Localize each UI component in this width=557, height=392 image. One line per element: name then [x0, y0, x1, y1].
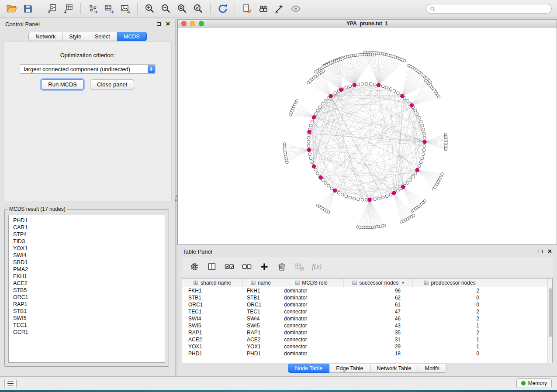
close-table-panel-icon[interactable]: × [548, 248, 552, 255]
select-all-icon [224, 261, 235, 272]
mcds-result-item[interactable]: GCR1 [13, 329, 160, 336]
cell-mcds-role: dominator [279, 287, 344, 294]
mcds-result-item[interactable]: SWI5 [13, 315, 160, 322]
mcds-result-item[interactable]: YOX1 [13, 245, 160, 252]
mcds-result-item[interactable]: TEC1 [13, 322, 160, 329]
cell-name: TEC1 [243, 308, 279, 315]
apply-style-button[interactable] [271, 2, 287, 16]
search-input[interactable] [438, 6, 551, 12]
float-panel-icon[interactable] [157, 22, 161, 26]
close-panel-button[interactable]: Close panel [90, 79, 134, 89]
table-row[interactable]: ACE2ACE2connector311 [182, 336, 547, 343]
zoom-selected-button[interactable] [190, 2, 206, 16]
scrollbar-thumb[interactable] [549, 288, 552, 337]
cell-predecessor-nodes: 1 [413, 343, 487, 350]
table-row[interactable]: ORC1ORC1dominator610 [182, 301, 547, 308]
run-mcds-button[interactable]: Run MCDS [41, 79, 84, 89]
mcds-result-item[interactable]: TID3 [13, 238, 160, 245]
mcds-result-item[interactable]: SRD1 [13, 259, 160, 266]
deselect-all-button[interactable] [239, 260, 254, 273]
mcds-result-item[interactable]: FKH1 [13, 273, 160, 280]
open-file-button[interactable] [3, 2, 20, 16]
float-table-panel-icon[interactable] [539, 250, 543, 253]
tab-mcds[interactable]: MCDS [117, 32, 147, 41]
zoom-in-button[interactable] [142, 2, 158, 16]
tab-select[interactable]: Select [88, 32, 117, 41]
table-row[interactable]: PHD1PHD1dominator180 [182, 350, 547, 357]
network-graph[interactable] [178, 28, 557, 244]
close-panel-icon[interactable]: × [166, 21, 170, 28]
mcds-result-item[interactable]: PHD1 [13, 217, 160, 224]
panel-menu-button[interactable] [4, 379, 17, 388]
zoom-selected-icon [193, 3, 204, 14]
open-file-icon [6, 3, 17, 14]
zoom-window-icon[interactable] [199, 21, 204, 26]
node-table: shared namenameMCDS rolesuccessor nodes▾… [182, 278, 553, 363]
select-all-button[interactable] [222, 260, 237, 273]
refresh-layout-icon [217, 3, 228, 14]
delete-row-button[interactable] [274, 260, 289, 273]
table-panel-titlebar: Table Panel × [177, 245, 557, 258]
mcds-result-item[interactable]: STB1 [13, 308, 160, 315]
search-objects-button[interactable] [255, 2, 271, 16]
mcds-result-item[interactable]: ORC1 [13, 294, 160, 301]
export-document-button[interactable] [239, 2, 255, 16]
mcds-result-item[interactable]: STP4 [13, 231, 160, 238]
import-network-file-button[interactable] [44, 2, 60, 16]
zoom-fit-button[interactable] [174, 2, 190, 16]
criterion-select[interactable]: largest connected component (undirected) [20, 64, 156, 74]
column-header-successor-nodes[interactable]: successor nodes▾ [344, 279, 413, 287]
mcds-result-item[interactable]: ACE2 [13, 280, 160, 287]
column-header-shared-name[interactable]: shared name [182, 279, 243, 287]
save-file-icon [23, 3, 33, 14]
network-window-title: YPA_prune.txt_1 [346, 21, 388, 27]
sort-dropdown-icon[interactable]: ▾ [402, 281, 404, 285]
table-row[interactable]: FKH1FKH1dominator962 [182, 287, 547, 294]
criterion-selected-value: largest connected component (undirected) [24, 66, 131, 72]
export-image-button[interactable] [117, 2, 133, 16]
cell-predecessor-nodes: 2 [413, 308, 487, 315]
cell-successor-nodes: 43 [344, 322, 413, 329]
mcds-result-item[interactable]: RAP1 [13, 301, 160, 308]
cell-predecessor-nodes: 0 [413, 301, 487, 308]
table-settings-button[interactable] [187, 260, 202, 273]
tab-network-table[interactable]: Network Table [370, 364, 419, 373]
cell-filler [487, 301, 547, 308]
column-header-name[interactable]: name [243, 279, 279, 287]
table-row[interactable]: YOX1YOX1connector291 [182, 343, 547, 350]
deselect-all-icon [242, 261, 252, 272]
tab-motifs[interactable]: Motifs [418, 364, 446, 373]
table-row[interactable]: STB1STB1dominator620 [182, 294, 547, 301]
import-table-file-button[interactable] [60, 2, 76, 16]
refresh-layout-button[interactable] [214, 2, 231, 16]
close-window-icon[interactable] [181, 21, 187, 26]
table-row[interactable]: SWI5SWI5connector431 [182, 322, 547, 329]
minimize-window-icon[interactable] [190, 21, 195, 26]
mcds-result-title: MCDS result (17 nodes) [7, 206, 67, 212]
table-scrollbar[interactable] [547, 279, 552, 363]
table-row[interactable]: SWI4SWI4dominator462 [182, 315, 547, 322]
tab-style[interactable]: Style [62, 32, 88, 41]
export-table-button[interactable] [101, 2, 117, 16]
network-window-titlebar[interactable]: YPA_prune.txt_1 [178, 20, 557, 28]
tab-node-table[interactable]: Node Table [288, 364, 329, 373]
mcds-result-item[interactable]: SWI4 [13, 252, 160, 259]
export-network-button[interactable] [85, 2, 101, 16]
show-columns-button[interactable] [204, 260, 219, 273]
tab-edge-table[interactable]: Edge Table [329, 364, 370, 373]
add-row-button[interactable] [257, 260, 272, 273]
column-header-MCDS-role[interactable]: MCDS role [279, 279, 344, 287]
mcds-result-item[interactable]: STB5 [13, 287, 160, 294]
network-canvas[interactable] [178, 28, 557, 244]
table-row[interactable]: TEC1TEC1connector472 [182, 308, 547, 315]
zoom-out-button[interactable] [158, 2, 174, 16]
tab-network[interactable]: Network [28, 32, 62, 41]
column-header-predecessor-nodes[interactable]: predecessor nodes [413, 279, 487, 287]
mcds-result-item[interactable]: PMA2 [13, 266, 160, 273]
memory-button[interactable]: Memory [516, 378, 552, 388]
control-panel: Control Panel × NetworkStyleSelectMCDS O… [0, 17, 175, 376]
mcds-result-item[interactable]: CAR1 [13, 224, 160, 231]
show-hide-graphics-button[interactable] [287, 2, 304, 16]
table-row[interactable]: RAP1RAP1dominator352 [182, 329, 547, 336]
save-file-button[interactable] [20, 2, 36, 16]
